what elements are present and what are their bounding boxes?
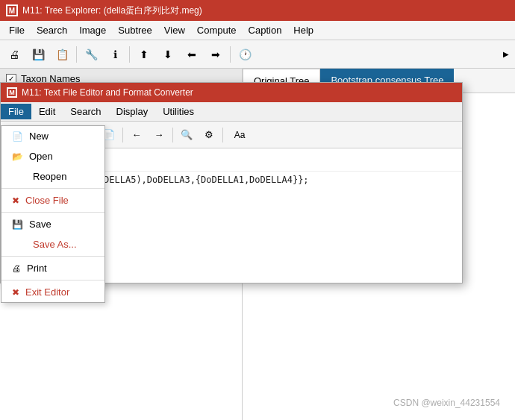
modal-toolbar-sep-3 bbox=[172, 128, 173, 142]
print-icon: 🖨 bbox=[12, 263, 21, 274]
menu-view[interactable]: View bbox=[158, 22, 191, 38]
toolbar-left-btn[interactable]: ⬅ bbox=[181, 44, 203, 65]
menu-save[interactable]: 💾 Save bbox=[1, 214, 104, 234]
modal-toolbar-font[interactable]: Aa bbox=[226, 125, 253, 145]
modal-menu-display[interactable]: Display bbox=[109, 104, 156, 119]
toolbar-sep-2 bbox=[129, 46, 130, 63]
save-label: Save bbox=[29, 219, 52, 230]
exit-icon: ✖ bbox=[12, 287, 19, 298]
toolbar-info-btn[interactable]: ℹ bbox=[104, 44, 126, 65]
modal-toolbar-search[interactable]: 🔍 bbox=[176, 125, 197, 145]
dropdown-sep-4 bbox=[1, 280, 104, 280]
menu-search[interactable]: Search bbox=[31, 22, 73, 38]
toolbar-down-btn[interactable]: ⬇ bbox=[157, 44, 179, 65]
menu-file[interactable]: File bbox=[3, 22, 31, 38]
modal-toolbar-forward[interactable]: → bbox=[149, 125, 169, 145]
open-label: Open bbox=[29, 151, 53, 162]
menu-help[interactable]: Help bbox=[287, 22, 319, 38]
menu-image[interactable]: Image bbox=[73, 22, 112, 38]
modal-toolbar-sep-2 bbox=[122, 128, 123, 142]
modal-toolbar-sep-4 bbox=[222, 128, 223, 142]
dropdown-sep-3 bbox=[1, 256, 104, 257]
modal-app-icon: M bbox=[7, 87, 17, 98]
file-menu-container: File 📄 New 📂 Open Reopen bbox=[1, 106, 31, 117]
app-icon: M bbox=[6, 4, 18, 16]
modal-menu-search[interactable]: Search bbox=[63, 104, 108, 119]
menu-caption[interactable]: Caption bbox=[243, 22, 288, 38]
toolbar-clock-btn[interactable]: 🕐 bbox=[234, 44, 256, 65]
open-icon: 📂 bbox=[12, 151, 23, 162]
save-icon: 💾 bbox=[12, 219, 23, 230]
new-label: New bbox=[29, 131, 49, 142]
watermark: CSDN @weixin_44231554 bbox=[393, 398, 500, 408]
menu-save-as[interactable]: Save As... bbox=[1, 234, 104, 254]
toolbar-expand-btn[interactable]: ▶ bbox=[500, 44, 512, 65]
dropdown-sep-1 bbox=[1, 188, 104, 189]
save-as-label: Save As... bbox=[33, 239, 77, 250]
toolbar-sep-3 bbox=[230, 46, 231, 63]
modal-title: M11: Text File Editor and Format Convert… bbox=[22, 87, 193, 98]
menu-exit-editor[interactable]: ✖ Exit Editor bbox=[1, 282, 104, 302]
toolbar-up-btn[interactable]: ⬆ bbox=[133, 44, 155, 65]
main-toolbar: 🖨 💾 📋 🔧 ℹ ⬆ ⬇ ⬅ ➡ 🕐 ▶ bbox=[0, 40, 515, 69]
reopen-label: Reopen bbox=[33, 171, 67, 182]
close-file-label: Close File bbox=[25, 195, 69, 206]
menu-reopen[interactable]: Reopen bbox=[1, 166, 104, 187]
menu-open[interactable]: 📂 Open bbox=[1, 146, 104, 166]
modal-window: M M11: Text File Editor and Format Conve… bbox=[0, 82, 463, 283]
toolbar-print-btn[interactable]: 🖨 bbox=[3, 44, 25, 65]
exit-label: Exit Editor bbox=[25, 286, 69, 298]
modal-title-bar: M M11: Text File Editor and Format Conve… bbox=[1, 83, 462, 102]
menu-print[interactable]: 🖨 Print bbox=[1, 258, 104, 278]
modal-menu-utilities[interactable]: Utilities bbox=[155, 104, 202, 119]
toolbar-right-btn[interactable]: ➡ bbox=[205, 44, 227, 65]
modal-menu-file[interactable]: File bbox=[1, 104, 31, 119]
menu-close-file[interactable]: ✖ Close File bbox=[1, 190, 104, 210]
modal-toolbar-settings[interactable]: ⚙ bbox=[199, 125, 219, 145]
close-file-icon: ✖ bbox=[12, 195, 19, 206]
toolbar-save-btn[interactable]: 💾 bbox=[27, 44, 49, 65]
menu-new[interactable]: 📄 New bbox=[1, 126, 104, 146]
menu-subtree[interactable]: Subtree bbox=[112, 22, 158, 38]
toolbar-sep-1 bbox=[76, 46, 77, 63]
modal-toolbar-back[interactable]: ← bbox=[126, 125, 147, 145]
toolbar-tool-btn[interactable]: 🔧 bbox=[80, 44, 102, 65]
menu-compute[interactable]: Compute bbox=[191, 22, 243, 38]
print-label: Print bbox=[27, 263, 47, 274]
file-dropdown-menu: 📄 New 📂 Open Reopen ✖ Close File bbox=[1, 125, 105, 303]
title-bar: M M11: Tree Explorer: (della蛋白序列比对.meg) bbox=[0, 0, 515, 21]
toolbar-copy-btn[interactable]: 📋 bbox=[51, 44, 73, 65]
dropdown-sep-2 bbox=[1, 212, 104, 213]
window-title: M11: Tree Explorer: (della蛋白序列比对.meg) bbox=[22, 4, 202, 17]
new-icon: 📄 bbox=[12, 131, 23, 142]
modal-menu-edit[interactable]: Edit bbox=[31, 104, 63, 119]
main-menu-bar: File Search Image Subtree View Compute C… bbox=[0, 21, 515, 40]
modal-menu-bar: File 📄 New 📂 Open Reopen bbox=[1, 102, 462, 122]
